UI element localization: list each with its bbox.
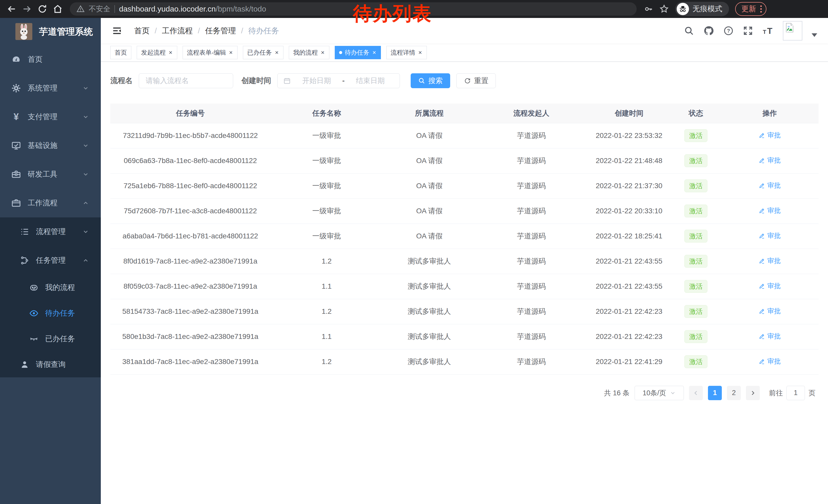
bookmark-star-icon[interactable] bbox=[659, 4, 669, 14]
calendar-icon bbox=[283, 77, 291, 85]
approve-link[interactable]: 审批 bbox=[758, 332, 781, 341]
approve-link[interactable]: 审批 bbox=[758, 281, 781, 290]
process-name-input[interactable] bbox=[139, 73, 233, 88]
breadcrumb-home[interactable]: 首页 bbox=[134, 26, 150, 36]
sidebar-item-payment[interactable]: ¥ 支付管理 bbox=[0, 102, 101, 131]
search-button[interactable]: 搜索 bbox=[411, 73, 450, 88]
tab-process-detail[interactable]: 流程详情 × bbox=[386, 46, 427, 59]
date-range-picker[interactable]: 开始日期 - 结束日期 bbox=[277, 73, 400, 88]
cell-created: 2022-01-21 22:43:55 bbox=[587, 274, 671, 299]
cell-task-id: a6aba0a4-7b6d-11ec-b781-acde48001122 bbox=[110, 224, 271, 249]
github-link[interactable] bbox=[703, 26, 714, 36]
robot-face-icon bbox=[29, 283, 38, 292]
list-tree-icon bbox=[20, 227, 29, 236]
approve-label: 审批 bbox=[767, 332, 781, 341]
start-date-placeholder[interactable]: 开始日期 bbox=[293, 76, 340, 86]
security-label[interactable]: 不安全 bbox=[89, 4, 110, 14]
breadcrumb-task-management[interactable]: 任务管理 bbox=[205, 26, 236, 36]
sidebar-item-system[interactable]: 系统管理 bbox=[0, 74, 101, 102]
avatar-dropdown-caret[interactable] bbox=[812, 33, 817, 37]
tab-todo-tasks[interactable]: 待办任务 × bbox=[335, 46, 381, 59]
browser-home-button[interactable] bbox=[52, 3, 64, 15]
close-icon[interactable]: × bbox=[418, 49, 422, 56]
approve-link[interactable]: 审批 bbox=[758, 357, 781, 366]
page-1-button[interactable]: 1 bbox=[708, 386, 722, 400]
tab-home[interactable]: 首页 × bbox=[110, 46, 131, 59]
approve-link[interactable]: 审批 bbox=[758, 231, 781, 240]
close-icon[interactable]: × bbox=[372, 49, 377, 56]
tab-start-process[interactable]: 发起流程 × bbox=[137, 46, 177, 59]
sidebar-item-task-management[interactable]: 任务管理 bbox=[0, 246, 101, 275]
approve-link[interactable]: 审批 bbox=[758, 256, 781, 265]
cell-task-id: 73211d9d-7b9b-11ec-b5b7-acde48001122 bbox=[110, 123, 271, 148]
reset-button[interactable]: 重置 bbox=[456, 73, 496, 88]
sidebar-item-label: 工作流程 bbox=[28, 198, 57, 208]
cell-status: 激活 bbox=[671, 198, 721, 224]
breadcrumb-separator: / bbox=[155, 27, 157, 35]
cell-starter: 芋道源码 bbox=[476, 299, 587, 324]
breadcrumb-workflow[interactable]: 工作流程 bbox=[162, 26, 193, 36]
browser-reload-button[interactable] bbox=[36, 3, 48, 15]
svg-text:T: T bbox=[767, 26, 772, 36]
page-url[interactable]: dashboard.yudao.iocoder.cn/bpm/task/todo bbox=[119, 5, 266, 13]
approve-link[interactable]: 审批 bbox=[758, 206, 781, 215]
incognito-label: 无痕模式 bbox=[693, 4, 722, 14]
tab-label: 待办任务 bbox=[345, 48, 369, 57]
column-created: 创建时间 bbox=[587, 103, 671, 123]
browser-forward-button[interactable] bbox=[21, 3, 33, 15]
close-icon[interactable]: × bbox=[229, 49, 233, 56]
prev-page-button[interactable] bbox=[689, 386, 703, 400]
tab-label: 发起流程 bbox=[141, 48, 166, 57]
page-size-select[interactable]: 10条/页 bbox=[634, 386, 684, 400]
update-label[interactable]: 更新 bbox=[741, 4, 756, 14]
cell-process: OA 请假 bbox=[383, 173, 476, 198]
sidebar-item-dev-tools[interactable]: 研发工具 bbox=[0, 160, 101, 189]
close-icon[interactable]: × bbox=[168, 49, 173, 56]
user-avatar[interactable] bbox=[783, 21, 802, 41]
next-page-button[interactable] bbox=[746, 386, 760, 400]
sidebar-item-process-management[interactable]: 流程管理 bbox=[0, 217, 101, 246]
page-2-button[interactable]: 2 bbox=[727, 386, 741, 400]
cell-created: 2022-01-22 21:48:48 bbox=[587, 148, 671, 173]
goto-page-input[interactable] bbox=[786, 386, 805, 400]
tab-my-process[interactable]: 我的流程 × bbox=[289, 46, 329, 59]
approve-link[interactable]: 审批 bbox=[758, 181, 781, 190]
sidebar-collapse-button[interactable] bbox=[112, 26, 122, 36]
password-key-icon[interactable] bbox=[644, 4, 653, 13]
sidebar-item-workflow[interactable]: 工作流程 bbox=[0, 189, 101, 217]
edit-pencil-icon bbox=[758, 132, 765, 139]
workflow-submenu: 流程管理 任务管理 我的流程 待办任务 已办任务 bbox=[0, 217, 101, 377]
sidebar-item-leave-query[interactable]: 请假查询 bbox=[0, 352, 101, 377]
process-name-label: 流程名 bbox=[110, 76, 133, 86]
sidebar-item-todo-tasks[interactable]: 待办任务 bbox=[0, 301, 101, 326]
approve-link[interactable]: 审批 bbox=[758, 131, 781, 140]
app-logo[interactable]: 芋道管理系统 bbox=[0, 18, 101, 45]
reset-button-label: 重置 bbox=[474, 76, 488, 86]
sidebar-item-label: 已办任务 bbox=[45, 334, 75, 344]
header-search-button[interactable] bbox=[684, 26, 694, 36]
end-date-placeholder[interactable]: 结束日期 bbox=[347, 76, 394, 86]
tab-process-form-edit[interactable]: 流程表单-编辑 × bbox=[182, 46, 238, 59]
sidebar-item-home[interactable]: 首页 bbox=[0, 45, 101, 74]
close-icon[interactable]: × bbox=[275, 49, 279, 56]
cell-task-name: 1.2 bbox=[271, 249, 383, 274]
cell-process: 测试多审批人 bbox=[383, 299, 476, 324]
sidebar-item-label: 研发工具 bbox=[28, 169, 57, 179]
sidebar-item-done-tasks[interactable]: 已办任务 bbox=[0, 326, 101, 352]
browser-update-button[interactable]: 更新 bbox=[735, 2, 767, 16]
date-range-separator: - bbox=[342, 77, 344, 85]
fullscreen-button[interactable] bbox=[743, 26, 753, 36]
approve-link[interactable]: 审批 bbox=[758, 156, 781, 165]
sidebar-item-my-process[interactable]: 我的流程 bbox=[0, 275, 101, 301]
close-icon[interactable]: × bbox=[320, 49, 325, 56]
help-docs-button[interactable]: ? bbox=[723, 26, 734, 36]
tab-done-tasks[interactable]: 已办任务 × bbox=[243, 46, 283, 59]
sidebar-item-infrastructure[interactable]: 基础设施 bbox=[0, 131, 101, 160]
cell-created: 2022-01-21 22:41:29 bbox=[587, 349, 671, 374]
browser-back-button[interactable] bbox=[6, 3, 17, 15]
browser-menu-icon[interactable] bbox=[760, 5, 762, 12]
font-size-button[interactable]: TT bbox=[762, 26, 774, 36]
edit-pencil-icon bbox=[758, 182, 765, 189]
approve-link[interactable]: 审批 bbox=[758, 307, 781, 316]
cell-action: 审批 bbox=[721, 249, 819, 274]
